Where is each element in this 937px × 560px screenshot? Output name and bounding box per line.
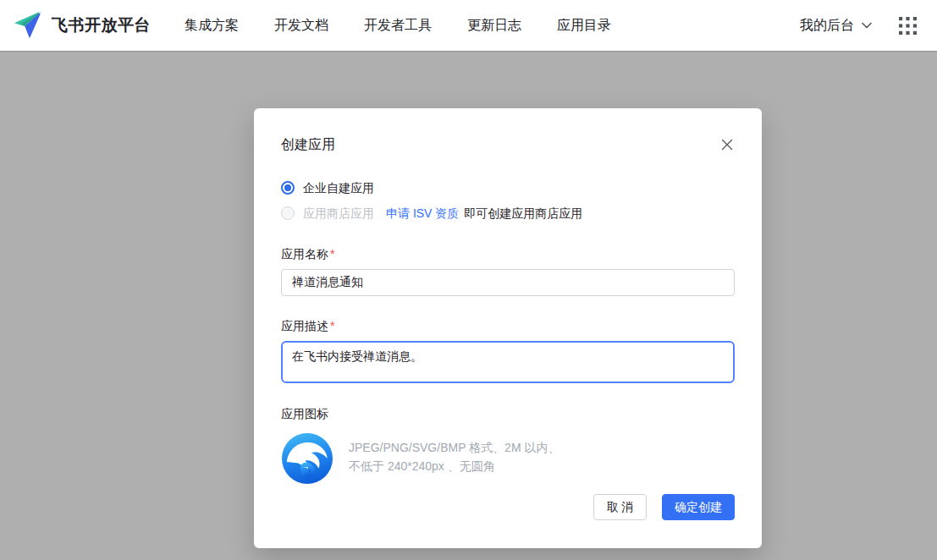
app-name-label: 应用名称* bbox=[281, 245, 735, 262]
dialog-header: 创建应用 bbox=[281, 135, 735, 154]
nav-item-app-directory[interactable]: 应用目录 bbox=[557, 17, 611, 35]
close-x-icon[interactable] bbox=[719, 137, 735, 152]
app-description-label: 应用描述* bbox=[281, 317, 735, 334]
confirm-create-button[interactable]: 确定创建 bbox=[662, 494, 735, 520]
top-nav-bar: 飞书开放平台 集成方案 开发文档 开发者工具 更新日志 应用目录 我的后台 bbox=[0, 0, 937, 51]
radio-option-app-store-label: 应用商店应用 bbox=[303, 205, 374, 222]
app-description-textarea[interactable]: 在飞书内接受禅道消息。 bbox=[281, 341, 735, 383]
zentao-app-logo[interactable] bbox=[281, 432, 333, 485]
my-console-dropdown[interactable]: 我的后台 bbox=[800, 17, 872, 35]
app-description-label-text: 应用描述 bbox=[281, 319, 328, 332]
nav-item-dev-tools[interactable]: 开发者工具 bbox=[364, 17, 432, 35]
app-name-field-group: 应用名称* bbox=[281, 245, 735, 296]
app-icon-row: JPEG/PNG/SVG/BMP 格式、2M 以内、 不低于 240*240px… bbox=[281, 432, 735, 485]
radio-option-self-built[interactable]: 企业自建应用 bbox=[281, 179, 735, 196]
required-asterisk: * bbox=[330, 247, 334, 261]
radio-disabled-icon bbox=[281, 206, 295, 220]
radio-option-self-built-label[interactable]: 企业自建应用 bbox=[303, 179, 374, 196]
app-icon-field-group: 应用图标 JPEG/PNG/SVG/BMP bbox=[281, 405, 735, 485]
nav-item-integration[interactable]: 集成方案 bbox=[185, 17, 239, 35]
app-description-field-group: 应用描述* 在飞书内接受禅道消息。 bbox=[281, 317, 735, 383]
app-name-input[interactable] bbox=[281, 269, 735, 296]
isv-hint-text: 即可创建应用商店应用 bbox=[464, 205, 582, 222]
dialog-footer: 取消 确定创建 bbox=[593, 494, 735, 520]
cancel-button[interactable]: 取消 bbox=[593, 494, 647, 520]
icon-hint-line-2: 不低于 240*240px 、无圆角 bbox=[349, 457, 559, 475]
nav-item-changelog[interactable]: 更新日志 bbox=[467, 17, 521, 35]
nav-item-docs[interactable]: 开发文档 bbox=[274, 17, 328, 35]
apply-isv-link[interactable]: 申请 ISV 资质 bbox=[386, 205, 459, 222]
required-asterisk: * bbox=[330, 319, 334, 332]
main-nav: 集成方案 开发文档 开发者工具 更新日志 应用目录 bbox=[185, 17, 647, 35]
dialog-title: 创建应用 bbox=[281, 135, 335, 154]
icon-hint-line-1: JPEG/PNG/SVG/BMP 格式、2M 以内、 bbox=[349, 438, 559, 457]
radio-option-app-store: 应用商店应用 申请 ISV 资质 即可创建应用商店应用 bbox=[281, 205, 735, 222]
app-name-label-text: 应用名称 bbox=[281, 247, 328, 261]
header-right: 我的后台 bbox=[800, 17, 920, 35]
radio-selected-icon[interactable] bbox=[281, 181, 295, 195]
my-console-label: 我的后台 bbox=[800, 17, 854, 35]
brand-title: 飞书开放平台 bbox=[52, 14, 151, 36]
icon-requirements-hint: JPEG/PNG/SVG/BMP 格式、2M 以内、 不低于 240*240px… bbox=[349, 438, 559, 475]
grid-9-dots-icon[interactable] bbox=[899, 17, 917, 35]
feishu-paper-plane-icon bbox=[12, 8, 47, 43]
chevron-down-icon bbox=[862, 22, 872, 29]
app-icon-label: 应用图标 bbox=[281, 405, 735, 422]
brand-logo-link[interactable]: 飞书开放平台 bbox=[12, 8, 151, 43]
create-app-dialog: 创建应用 企业自建应用 应用商店应用 申请 ISV 资质 即可创建应用商店应用 … bbox=[254, 108, 762, 548]
